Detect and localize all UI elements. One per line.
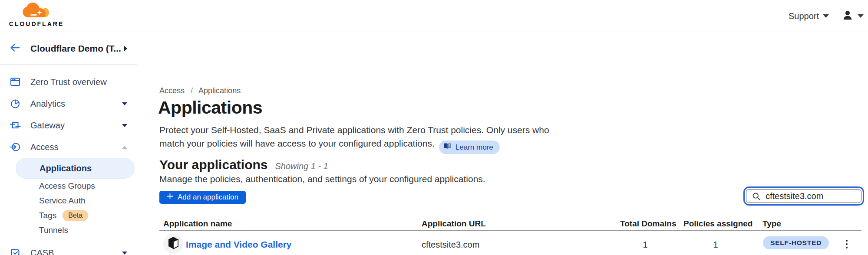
page-description: Protect your Self-Hosted, SaaS and Priva… [159,123,549,154]
sidebar-item-tags[interactable]: Tags Beta [0,208,137,223]
chevron-down-icon [122,252,127,255]
overview-window-icon [10,76,21,88]
access-subnav: Applications Access Groups Service Auth … [0,158,137,238]
cloudflare-logo-text: CLOUDFLARE [8,20,65,27]
breadcrumb: Access / Applications [159,86,241,95]
account-name: Cloudflare Demo (T... [30,43,121,54]
application-url-cell: cftestsite3.com [422,240,479,250]
table-header-divider [159,230,861,231]
add-application-label: Add an application [178,193,238,202]
column-header-application-url: Application URL [422,219,486,229]
sidebar-item-label: CASB [30,248,54,255]
search-icon [752,192,761,203]
sidebar-item-service-auth[interactable]: Service Auth [0,193,137,208]
chevron-down-icon [122,102,127,105]
total-domains-cell: 1 [620,240,670,250]
search-container [746,189,861,203]
sidebar-item-applications[interactable]: Applications [0,158,137,179]
application-avatar [163,234,183,254]
sidebar-item-access-groups[interactable]: Access Groups [0,179,137,193]
sidebar-subitem-label: Tunnels [39,226,68,235]
sidebar-item-casb[interactable]: CASB [0,242,137,255]
sidebar-subitem-label: Access Groups [39,181,95,191]
breadcrumb-access[interactable]: Access [159,86,185,95]
chevron-up-icon [122,146,127,149]
sidebar-subitem-label: Applications [40,163,92,173]
policies-assigned-cell: 1 [683,240,748,250]
support-label: Support [789,11,819,21]
applications-selected-pill: Applications [16,158,135,179]
analytics-pie-icon [10,98,21,109]
gateway-icon [10,120,21,131]
chevron-down-icon [858,14,864,18]
top-header: CLOUDFLARE Support [0,0,868,32]
cube-app-icon [167,236,179,251]
sidebar-item-access[interactable]: Access [0,136,137,158]
column-header-application-name: Application name [163,219,232,229]
chevron-down-icon [122,124,127,127]
sidebar-item-label: Access [30,142,58,152]
user-account-menu[interactable] [842,10,864,23]
chevron-right-icon[interactable] [124,46,127,52]
sidebar-item-label: Analytics [30,99,65,109]
add-application-button[interactable]: Add an application [159,191,246,204]
beta-badge: Beta [63,210,88,221]
access-icon [10,141,21,153]
sidebar-item-tunnels[interactable]: Tunnels [0,223,137,238]
column-header-type: Type [762,219,781,229]
sidebar-item-zero-trust-overview[interactable]: Zero Trust overview [0,71,137,93]
account-switcher[interactable]: Cloudflare Demo (T... [0,33,137,65]
plus-icon [167,193,173,202]
main-content: Access / Applications Applications Prote… [137,33,868,255]
casb-icon [10,247,21,255]
search-input[interactable] [746,189,861,203]
description-line-2: match your policies will have access to … [159,138,435,148]
support-menu[interactable]: Support [789,11,829,21]
zero-trust-dashboard: CLOUDFLARE Support [0,0,868,255]
type-badge: SELF-HOSTED [763,236,829,249]
breadcrumb-separator: / [191,86,193,95]
application-name-link[interactable]: Image and Video Gallery [186,239,292,250]
user-icon [842,10,853,23]
book-icon [444,141,452,154]
page-title: Applications [158,98,262,118]
sidebar-item-gateway[interactable]: Gateway [0,114,137,136]
chevron-down-icon [823,14,829,18]
back-arrow-icon[interactable] [10,42,21,55]
sidebar: Cloudflare Demo (T... Zero Trust overvie… [0,33,137,255]
section-subtitle: Manage the policies, authentication, and… [159,174,485,184]
sidebar-item-analytics[interactable]: Analytics [0,93,137,114]
column-header-total-domains: Total Domains [620,219,670,229]
description-line-1: Protect your Self-Hosted, SaaS and Priva… [159,125,549,135]
showing-count: Showing 1 - 1 [275,161,328,171]
sidebar-subitem-label: Tags [39,211,56,220]
section-title: Your applications [159,157,267,172]
learn-more-button[interactable]: Learn more [439,141,500,154]
cloudflare-cloud-icon [22,12,51,20]
sidebar-subitem-label: Service Auth [39,196,86,206]
sidebar-item-label: Gateway [30,121,65,131]
cloudflare-logo[interactable]: CLOUDFLARE [8,3,65,27]
learn-more-label: Learn more [455,141,493,154]
row-actions-kebab-menu[interactable] [841,237,853,252]
column-header-policies-assigned: Policies assigned [683,219,748,229]
sidebar-item-label: Zero Trust overview [30,77,107,87]
breadcrumb-applications: Applications [198,86,241,95]
